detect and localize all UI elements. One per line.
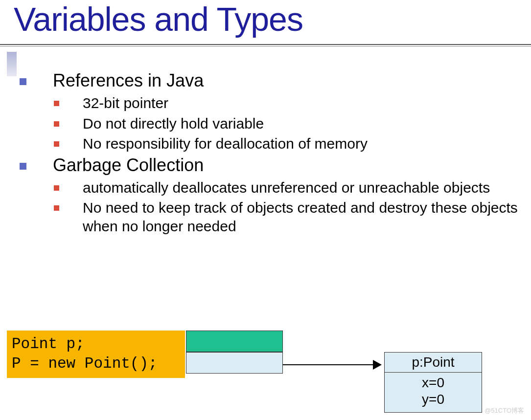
square-bullet-icon — [54, 101, 59, 106]
bullet-lvl2: 32-bit pointer — [54, 94, 531, 112]
square-bullet-icon — [20, 163, 26, 170]
slide-title: Variables and Types — [0, 0, 531, 44]
memory-cell-green — [186, 331, 283, 352]
lvl2-text: No responsibility for deallocation of me… — [83, 134, 368, 153]
title-shadow-accent — [7, 52, 17, 76]
title-underline — [0, 44, 531, 47]
lvl1-heading: References in Java — [53, 70, 204, 91]
code-block: Point p; P = new Point(); — [7, 331, 185, 378]
lvl1-heading: Garbage Collection — [53, 155, 204, 176]
object-field: y=0 — [385, 391, 482, 408]
object-diagram: p:Point x=0 y=0 — [384, 352, 482, 413]
bullet-lvl2: No need to keep track of objects created… — [54, 199, 531, 235]
object-field: x=0 — [385, 375, 482, 391]
square-bullet-icon — [54, 141, 59, 147]
square-bullet-icon — [54, 121, 59, 127]
bullet-lvl2: Do not directly hold variable — [54, 114, 531, 133]
square-bullet-icon — [54, 205, 59, 211]
watermark: @51CTO博客 — [485, 406, 524, 415]
lvl2-text: 32-bit pointer — [83, 94, 168, 112]
object-header: p:Point — [385, 353, 482, 373]
code-line: Point p; — [12, 334, 180, 354]
arrow-icon — [283, 360, 382, 370]
lvl2-text: automatically deallocates unreferenced o… — [83, 178, 490, 197]
code-line: P = new Point(); — [12, 354, 180, 374]
bullet-lvl2: automatically deallocates unreferenced o… — [54, 178, 531, 197]
object-body: x=0 y=0 — [385, 373, 482, 412]
lvl2-text: No need to keep track of objects created… — [83, 199, 523, 235]
lvl2-text: Do not directly hold variable — [83, 114, 264, 133]
content-area: References in Java 32-bit pointer Do not… — [0, 70, 531, 235]
square-bullet-icon — [54, 185, 59, 191]
square-bullet-icon — [20, 78, 26, 85]
bullet-lvl1: References in Java — [20, 70, 531, 91]
bullet-lvl1: Garbage Collection — [20, 155, 531, 176]
memory-cell-blue — [186, 352, 283, 374]
bullet-lvl2: No responsibility for deallocation of me… — [54, 134, 531, 153]
